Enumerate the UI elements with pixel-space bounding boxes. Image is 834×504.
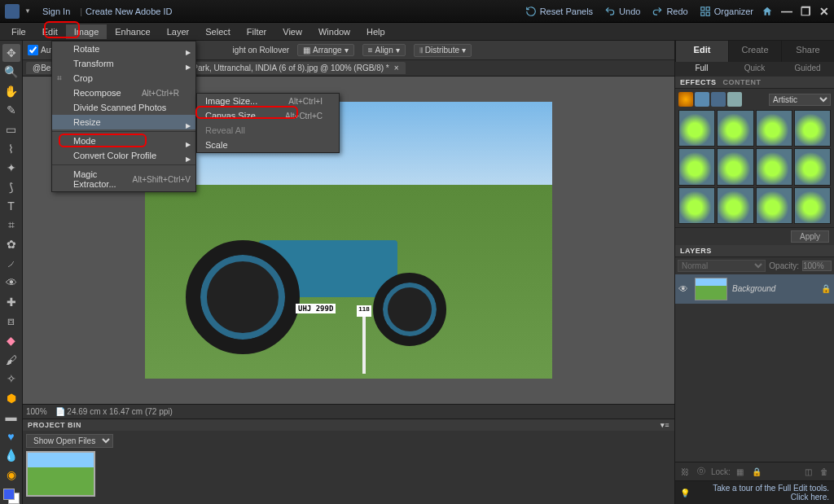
- create-adobe-id-link[interactable]: Create New Adobe ID: [86, 7, 172, 16]
- opacity-input[interactable]: [802, 261, 832, 271]
- shape-tool[interactable]: ♥: [2, 427, 20, 445]
- gradient-tool[interactable]: ▬: [2, 408, 20, 426]
- close-button[interactable]: ✕: [819, 5, 829, 18]
- tab-edit[interactable]: Edit: [675, 41, 728, 62]
- healing-tool[interactable]: ✚: [2, 293, 20, 311]
- visibility-icon[interactable]: 👁: [678, 283, 690, 295]
- smart-brush-tool[interactable]: ✧: [2, 370, 20, 388]
- menu-item-transform[interactable]: Transform: [52, 56, 195, 71]
- fx-icon[interactable]: ⓞ: [695, 465, 708, 478]
- project-bin-filter[interactable]: Show Open Files: [26, 434, 113, 448]
- menu-item-convert[interactable]: Convert Color Profile: [52, 148, 195, 163]
- maximize-button[interactable]: ❐: [801, 5, 811, 18]
- marquee-tool[interactable]: ▭: [2, 121, 20, 138]
- rollover-checkbox[interactable]: ight on Rollover: [233, 46, 289, 55]
- lock-all-icon[interactable]: 🔒: [750, 465, 763, 478]
- apply-button[interactable]: Apply: [791, 230, 829, 243]
- menu-item-divide[interactable]: Divide Scanned Photos: [52, 100, 195, 115]
- effect-thumb[interactable]: [717, 187, 753, 224]
- clone-tool[interactable]: ⧈: [2, 313, 20, 331]
- link-layers-icon[interactable]: ⛓: [678, 465, 691, 478]
- menu-select[interactable]: Select: [197, 24, 239, 39]
- move-tool[interactable]: ✥: [2, 44, 20, 62]
- subtab-guided[interactable]: Guided: [781, 62, 834, 77]
- menu-item-recompose[interactable]: RecomposeAlt+Ctrl+R: [52, 85, 195, 100]
- type-tool[interactable]: T: [2, 197, 20, 215]
- layer-name[interactable]: Background: [732, 284, 816, 293]
- cookie-cutter-tool[interactable]: ✿: [2, 235, 20, 253]
- sign-in-link[interactable]: Sign In: [42, 7, 70, 16]
- effects-filter-dropdown[interactable]: Artistic: [769, 94, 831, 106]
- filters-category-icon[interactable]: [678, 92, 693, 107]
- menu-item-scale[interactable]: Scale: [197, 138, 339, 152]
- effect-thumb[interactable]: [756, 187, 792, 224]
- app-menu-chevron-icon[interactable]: ▼: [23, 7, 33, 16]
- menu-file[interactable]: File: [3, 24, 34, 39]
- menu-item-magic-extractor[interactable]: Magic Extractor...Alt+Shift+Ctrl+V: [52, 167, 195, 191]
- menu-filter[interactable]: Filter: [239, 24, 274, 39]
- menu-item-resize[interactable]: Resize: [52, 115, 195, 129]
- blur-tool[interactable]: 💧: [2, 446, 20, 464]
- effect-thumb[interactable]: [794, 110, 831, 147]
- eraser-tool[interactable]: ◆: [2, 331, 20, 349]
- effects-category-icon[interactable]: [711, 92, 726, 107]
- arrange-dropdown[interactable]: ▦ Arrange ▾: [297, 44, 354, 56]
- organizer-button[interactable]: Organizer: [700, 6, 753, 17]
- bucket-tool[interactable]: ⬢: [2, 389, 20, 407]
- new-layer-icon[interactable]: ◫: [801, 465, 814, 478]
- project-bin-thumbnail[interactable]: [26, 451, 95, 497]
- delete-layer-icon[interactable]: 🗑: [818, 465, 831, 478]
- all-category-icon[interactable]: [727, 92, 742, 107]
- eyedropper-tool[interactable]: ✎: [2, 102, 20, 120]
- menu-item-rotate[interactable]: Rotate: [52, 42, 195, 56]
- minimize-button[interactable]: —: [781, 5, 792, 18]
- effect-thumb[interactable]: [678, 148, 715, 185]
- tab-share[interactable]: Share: [781, 41, 834, 62]
- panel-menu-icon[interactable]: ▾≡: [661, 421, 669, 429]
- effect-thumb[interactable]: [717, 110, 753, 147]
- menu-layer[interactable]: Layer: [159, 24, 198, 39]
- redo-button[interactable]: Redo: [652, 6, 687, 17]
- subtab-full[interactable]: Full: [675, 62, 728, 77]
- effects-tab[interactable]: EFFECTS: [680, 78, 717, 86]
- menu-enhance[interactable]: Enhance: [107, 24, 158, 39]
- effect-thumb[interactable]: [794, 187, 831, 224]
- layer-row[interactable]: 👁 Background 🔒: [675, 274, 834, 304]
- straighten-tool[interactable]: ⟋: [2, 255, 20, 273]
- hand-tool[interactable]: ✋: [2, 82, 20, 100]
- menu-view[interactable]: View: [274, 24, 310, 39]
- effect-thumb[interactable]: [794, 148, 831, 185]
- menu-help[interactable]: Help: [358, 24, 393, 39]
- zoom-level[interactable]: 100%: [26, 407, 47, 416]
- redeye-tool[interactable]: 👁: [2, 274, 20, 292]
- styles-category-icon[interactable]: [695, 92, 709, 107]
- layers-tab[interactable]: LAYERS: [680, 247, 712, 255]
- align-dropdown[interactable]: ≡ Align ▾: [362, 44, 406, 56]
- zoom-tool[interactable]: 🔍: [2, 64, 20, 81]
- layer-thumbnail[interactable]: [695, 278, 727, 300]
- close-tab-icon[interactable]: ×: [394, 64, 399, 72]
- lock-trans-icon[interactable]: ▦: [734, 465, 747, 478]
- tour-hint[interactable]: 💡Take a tour of the Full Edit tools. Cli…: [675, 480, 834, 504]
- sponge-tool[interactable]: ◉: [2, 466, 20, 484]
- subtab-quick[interactable]: Quick: [728, 62, 781, 77]
- reset-panels-button[interactable]: Reset Panels: [525, 6, 593, 17]
- menu-window[interactable]: Window: [310, 24, 358, 39]
- quick-select-tool[interactable]: ⟆: [2, 178, 20, 196]
- magic-wand-tool[interactable]: ✦: [2, 159, 20, 177]
- distribute-dropdown[interactable]: ⫴ Distribute ▾: [414, 44, 472, 57]
- blend-mode-dropdown[interactable]: Normal: [678, 260, 766, 272]
- effect-thumb[interactable]: [756, 148, 792, 185]
- menu-item-crop[interactable]: ⌗Crop: [52, 71, 195, 85]
- crop-tool[interactable]: ⌗: [2, 217, 20, 234]
- home-icon[interactable]: [762, 6, 773, 17]
- effect-thumb[interactable]: [717, 148, 753, 185]
- effect-thumb[interactable]: [678, 187, 715, 224]
- lasso-tool[interactable]: ⌇: [2, 140, 20, 158]
- content-tab[interactable]: CONTENT: [723, 78, 762, 86]
- tab-create[interactable]: Create: [728, 41, 781, 62]
- brush-tool[interactable]: 🖌: [2, 351, 20, 369]
- color-swatches[interactable]: [3, 489, 20, 504]
- undo-button[interactable]: Undo: [604, 6, 640, 17]
- effect-thumb[interactable]: [678, 110, 715, 147]
